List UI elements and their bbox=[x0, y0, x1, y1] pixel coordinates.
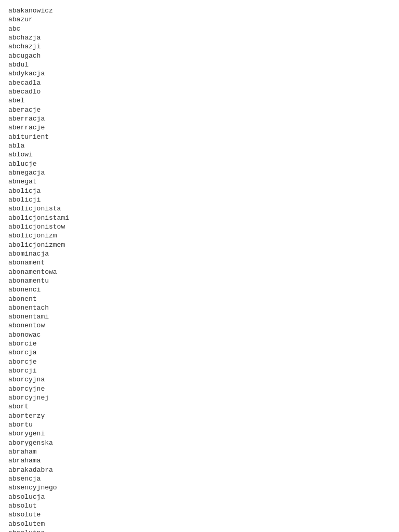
list-item: aborcji bbox=[8, 366, 391, 375]
list-item: abort bbox=[8, 402, 391, 411]
list-item: abolicja bbox=[8, 187, 391, 195]
list-item: aborcyjnej bbox=[8, 393, 391, 402]
list-item: abonowac bbox=[8, 330, 391, 339]
list-item: aborygenska bbox=[8, 438, 391, 447]
list-item: absolucja bbox=[8, 493, 391, 501]
list-item: absolutna bbox=[8, 528, 391, 532]
list-item: abrahama bbox=[8, 456, 391, 465]
list-item: absolute bbox=[8, 510, 391, 519]
list-item: absencyjnego bbox=[8, 483, 391, 492]
list-item: abonentow bbox=[8, 321, 391, 330]
list-item: abonentami bbox=[8, 312, 391, 321]
list-item: abolicjonizmem bbox=[8, 241, 391, 249]
list-item: abdul bbox=[8, 60, 391, 69]
list-item: abonentach bbox=[8, 303, 391, 312]
list-item: abecadlo bbox=[8, 87, 391, 96]
list-item: ablowi bbox=[8, 150, 391, 159]
list-item: abolicjonistow bbox=[8, 222, 391, 231]
list-item: aborcie bbox=[8, 339, 391, 348]
list-item: absencja bbox=[8, 474, 391, 483]
list-item: abonamentowa bbox=[8, 268, 391, 276]
list-item: abortu bbox=[8, 420, 391, 429]
list-item: abonamentu bbox=[8, 276, 391, 285]
list-item: abraham bbox=[8, 447, 391, 456]
list-item: abolicjonizm bbox=[8, 231, 391, 240]
list-item: abel bbox=[8, 96, 391, 105]
list-item: abazur bbox=[8, 15, 391, 24]
list-item: abonent bbox=[8, 295, 391, 303]
list-item: abonament bbox=[8, 258, 391, 267]
list-item: aberacje bbox=[8, 105, 391, 114]
list-item: abolicjonista bbox=[8, 204, 391, 213]
list-item: aberracje bbox=[8, 123, 391, 132]
list-item: abakanowicz bbox=[8, 6, 391, 15]
list-item: aborterzy bbox=[8, 411, 391, 420]
list-item: abonenci bbox=[8, 285, 391, 294]
list-item: abolicjonistami bbox=[8, 214, 391, 222]
list-item: aberracja bbox=[8, 114, 391, 123]
list-item: abdykacja bbox=[8, 69, 391, 78]
list-item: aborcyjna bbox=[8, 375, 391, 384]
list-item: abominacja bbox=[8, 249, 391, 258]
list-item: aborcyjne bbox=[8, 384, 391, 393]
list-item: abnegat bbox=[8, 177, 391, 186]
list-item: abnegacja bbox=[8, 168, 391, 177]
list-item: ablucje bbox=[8, 159, 391, 168]
list-item: abchazji bbox=[8, 42, 391, 51]
list-item: abolicji bbox=[8, 195, 391, 204]
list-item: aborcje bbox=[8, 357, 391, 366]
list-item: abcugach bbox=[8, 51, 391, 60]
list-item: aborygeni bbox=[8, 429, 391, 438]
list-item: abrakadabra bbox=[8, 466, 391, 474]
word-list: abakanowiczabazurabcabchazjaabchazjiabcu… bbox=[8, 6, 391, 532]
list-item: abchazja bbox=[8, 33, 391, 42]
list-item: absolutem bbox=[8, 520, 391, 528]
list-item: abla bbox=[8, 141, 391, 150]
list-item: aborcja bbox=[8, 348, 391, 357]
list-item: abc bbox=[8, 24, 391, 33]
list-item: abecadla bbox=[8, 78, 391, 87]
list-item: abiturient bbox=[8, 132, 391, 141]
list-item: absolut bbox=[8, 501, 391, 510]
